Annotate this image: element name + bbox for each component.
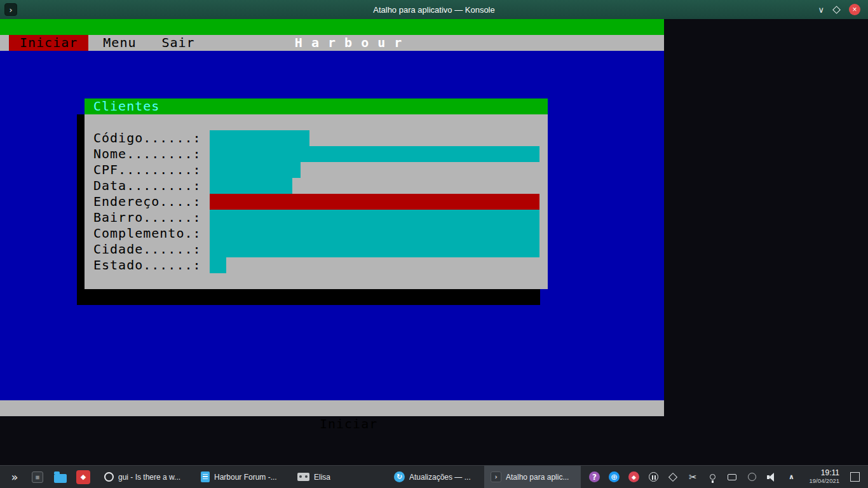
document-icon	[201, 471, 210, 482]
kdeconnect-icon[interactable]	[666, 470, 680, 484]
task-list: gui - Is there a w... Harbour Forum -...…	[98, 466, 581, 488]
browser-circle-icon	[104, 472, 114, 482]
expand-tray-icon[interactable]: ∧	[784, 470, 798, 484]
updates-available-icon[interactable]: ◆	[627, 470, 641, 484]
field-input-codigo[interactable]: 1	[210, 130, 309, 146]
speaker-shape	[766, 473, 776, 482]
red-diamond-icon: ◆	[76, 470, 90, 484]
folder-icon	[54, 474, 67, 483]
taskbar: » ≡ ◆ gui - Is there a w... Harbour Foru…	[0, 465, 868, 488]
window-titlebar: › Atalho para aplicativo — Konsole ∨ ×	[0, 0, 868, 19]
field-input-cpf[interactable]: -	[210, 162, 301, 178]
form-row-estado: Estado......:	[85, 257, 548, 273]
red-app-launcher-icon[interactable]: ◆	[75, 469, 92, 485]
pager-icon[interactable]: ≡	[29, 469, 46, 485]
field-input-nome[interactable]: JOSÉ josé MAÇÃ maçã ªº êÊ °	[210, 146, 539, 162]
form-row-data: Data........: 01/01/2014	[85, 178, 548, 194]
task-button-atualizacoes[interactable]: ↻ Atualizações — ...	[388, 466, 484, 488]
menu-item-iniciar[interactable]: Iniciar	[9, 35, 88, 51]
display-icon[interactable]	[725, 470, 739, 484]
updates-icon: ↻	[394, 471, 405, 482]
task-label: Harbour Forum -...	[214, 473, 277, 482]
close-button[interactable]: ×	[849, 4, 860, 15]
field-input-endereco[interactable]: çÇõÕẽẼü	[210, 194, 539, 210]
app-statusbar: Iniciar	[0, 400, 664, 416]
pause-shape	[649, 472, 658, 482]
form-row-cidade: Cidade......:	[85, 241, 548, 257]
volume-icon[interactable]	[764, 470, 778, 484]
document-lines	[203, 474, 208, 480]
minimize-button[interactable]: ∨	[818, 5, 824, 15]
konsole-icon: ›	[491, 471, 501, 482]
field-label-endereco: Endereço....:	[93, 194, 201, 210]
konsole-glyph: ›	[8, 5, 13, 15]
konsole-window-icon[interactable]: ›	[4, 3, 17, 16]
show-desktop-button[interactable]	[850, 472, 860, 482]
field-input-cidade[interactable]	[210, 241, 539, 257]
app-title-bar: H a r b o u r	[0, 19, 664, 35]
app-workspace: Clientes Código......: 1 Nome........: J…	[0, 51, 664, 400]
field-input-data[interactable]: 01/01/2014	[210, 178, 292, 194]
field-input-complemento[interactable]	[210, 226, 539, 241]
window-title: Atalho para aplicativo — Konsole	[0, 5, 868, 15]
diamond-glyph: ◆	[628, 471, 639, 482]
keyboard-indicator-icon[interactable]	[705, 470, 719, 484]
task-list-gap	[352, 466, 388, 488]
task-label: Atalho para aplic...	[506, 473, 569, 482]
app-launcher-icon[interactable]: »	[6, 469, 23, 485]
media-pause-icon[interactable]	[646, 470, 660, 484]
form-row-endereco: Endereço....: çÇõÕẽẼü	[85, 194, 548, 210]
question-glyph: ?	[589, 471, 600, 482]
field-input-bairro[interactable]	[210, 210, 539, 226]
window-controls: ∨ ×	[818, 0, 860, 19]
field-input-estado[interactable]	[210, 257, 226, 273]
circle-shape	[748, 473, 756, 481]
form-row-bairro: Bairro......:	[85, 210, 548, 226]
task-button-elisa[interactable]: Elisa	[291, 466, 352, 488]
task-label: Atualizações — ...	[409, 473, 471, 482]
clipboard-scissors-icon[interactable]: ✂	[686, 470, 700, 484]
system-tray: ? ⊕ ◆ ✂ ∧ 19:11 19/04/2021	[587, 469, 868, 485]
form-row-cpf: CPF.........: -	[85, 162, 548, 178]
maximize-button[interactable]	[832, 6, 841, 14]
task-button-harbour-forum[interactable]: Harbour Forum -...	[194, 466, 291, 488]
field-label-bairro: Bairro......:	[93, 210, 201, 226]
clock-date: 19/04/2021	[809, 478, 839, 485]
network-secondary-icon[interactable]	[745, 470, 759, 484]
task-button-atalho-konsole[interactable]: › Atalho para aplic...	[484, 466, 581, 488]
globe-glyph: ⊕	[609, 471, 620, 482]
close-icon: ×	[852, 6, 857, 13]
dialog-title-bar: Clientes	[85, 98, 548, 114]
field-label-data: Data........:	[93, 178, 201, 194]
field-label-codigo: Código......:	[93, 130, 201, 146]
field-label-complemento: Complemento.:	[93, 226, 201, 241]
task-button-gui[interactable]: gui - Is there a w...	[98, 466, 194, 488]
menu-item-sair[interactable]: Sair	[161, 35, 194, 51]
menu-item-menu[interactable]: Menu	[103, 35, 136, 51]
task-label: gui - Is there a w...	[118, 473, 180, 482]
form-row-complemento: Complemento.:	[85, 226, 548, 241]
form-row-codigo: Código......: 1	[85, 130, 548, 146]
help-notifier-icon[interactable]: ?	[587, 470, 601, 484]
bulb-shape	[710, 474, 715, 480]
field-label-nome: Nome........:	[93, 146, 201, 162]
launcher-area: » ≡ ◆	[0, 469, 98, 485]
task-label: Elisa	[314, 473, 330, 482]
clock[interactable]: 19:11 19/04/2021	[809, 469, 839, 485]
terminal-screen: H a r b o u r Iniciar Menu Sair Clientes…	[0, 19, 664, 416]
file-manager-icon[interactable]	[52, 469, 69, 485]
dialog-title: Clientes	[93, 98, 159, 114]
clock-time: 19:11	[809, 469, 839, 478]
field-label-cpf: CPF.........:	[93, 162, 201, 178]
pager-glyph: ≡	[32, 471, 43, 483]
diamond-shape	[668, 472, 677, 481]
network-globe-icon[interactable]: ⊕	[607, 470, 621, 484]
statusbar-label: Iniciar	[320, 416, 377, 431]
dialog-body: Código......: 1 Nome........: JOSÉ josé …	[85, 114, 548, 289]
launcher-glyph: »	[11, 470, 18, 484]
menubar-spacer	[0, 35, 9, 51]
screen-shape	[728, 474, 736, 480]
clientes-dialog: Clientes Código......: 1 Nome........: J…	[85, 98, 548, 289]
cassette-icon	[297, 473, 309, 481]
form-row-nome: Nome........: JOSÉ josé MAÇÃ maçã ªº êÊ …	[85, 146, 548, 162]
